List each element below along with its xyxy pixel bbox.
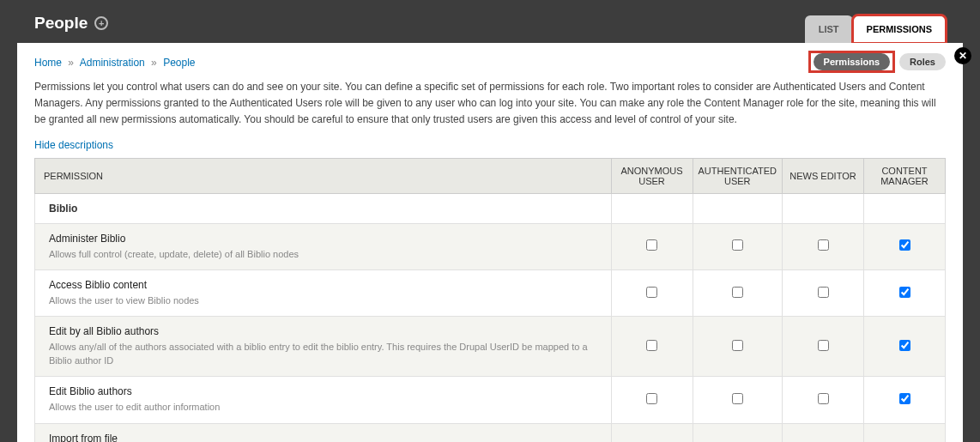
permission-title: Import from file [49, 433, 604, 442]
permission-description: Allows the user to edit author informati… [49, 401, 604, 414]
permission-cell: Edit by all Biblio authorsAllows any/all… [35, 317, 612, 377]
page-title: People + [34, 14, 108, 43]
checkbox-cell [783, 269, 864, 316]
permission-description: Allows full control (create, update, del… [49, 248, 604, 261]
checkbox-cell [864, 377, 946, 423]
col-news-editor: NEWS EDITOR [783, 158, 864, 193]
breadcrumb-admin[interactable]: Administration [80, 57, 145, 69]
checkbox-cell [611, 223, 693, 269]
permission-group-row: Biblio [35, 193, 946, 223]
empty-cell [783, 193, 864, 223]
permission-description: Allows the user to view Biblio nodes [49, 294, 604, 307]
permission-title: Edit by all Biblio authors [49, 325, 604, 337]
empty-cell [611, 193, 693, 223]
permission-checkbox[interactable] [732, 287, 743, 298]
page-title-text: People [34, 14, 88, 33]
checkbox-cell [864, 223, 946, 269]
chevron-right-icon: » [151, 57, 157, 69]
permission-checkbox[interactable] [732, 340, 743, 351]
permission-title: Administer Biblio [49, 233, 604, 245]
table-row: Edit Biblio authorsAllows the user to ed… [35, 377, 946, 423]
close-icon[interactable]: ✕ [954, 47, 971, 64]
hide-descriptions-link[interactable]: Hide descriptions [34, 139, 113, 151]
empty-cell [864, 193, 946, 223]
table-row: Access Biblio contentAllows the user to … [35, 269, 946, 316]
checkbox-cell [611, 269, 693, 316]
table-body: BiblioAdminister BiblioAllows full contr… [35, 193, 946, 442]
permission-checkbox[interactable] [818, 287, 829, 298]
checkbox-cell [693, 269, 782, 316]
permission-title: Access Biblio content [49, 279, 604, 291]
permission-checkbox[interactable] [646, 393, 657, 404]
table-row: Import from file [35, 423, 946, 442]
primary-tabs: LIST PERMISSIONS [805, 15, 946, 43]
permissions-table: PERMISSION ANONYMOUS USER AUTHENTICATED … [34, 158, 946, 442]
content-panel: ✕ Home » Administration » People Permiss… [17, 43, 963, 442]
tab-permissions[interactable]: PERMISSIONS [853, 15, 946, 43]
subtab-roles[interactable]: Roles [899, 53, 946, 70]
top-toolbar: People + LIST PERMISSIONS [0, 0, 980, 43]
col-authenticated-user: AUTHENTICATED USER [693, 158, 782, 193]
empty-cell [693, 193, 782, 223]
checkbox-cell [864, 317, 946, 377]
permission-cell: Administer BiblioAllows full control (cr… [35, 223, 612, 269]
checkbox-cell [693, 317, 782, 377]
highlight-box: Permissions [811, 53, 892, 70]
permission-title: Edit Biblio authors [49, 385, 604, 397]
permission-cell: Import from file [35, 423, 612, 442]
permission-checkbox[interactable] [646, 340, 657, 351]
col-content-manager: CONTENT MANAGER [864, 158, 946, 193]
checkbox-cell [864, 269, 946, 316]
sub-header: Home » Administration » People Permissio… [34, 53, 946, 70]
table-header-row: PERMISSION ANONYMOUS USER AUTHENTICATED … [35, 158, 946, 193]
subtab-permissions[interactable]: Permissions [814, 53, 890, 70]
permission-checkbox[interactable] [818, 393, 829, 404]
permission-checkbox[interactable] [818, 239, 829, 251]
permission-group-label: Biblio [35, 193, 612, 223]
checkbox-cell [783, 423, 864, 442]
chevron-right-icon: » [68, 57, 74, 69]
permission-checkbox[interactable] [732, 239, 743, 251]
checkbox-cell [611, 423, 693, 442]
secondary-tabs: Permissions Roles [811, 53, 946, 70]
checkbox-cell [783, 223, 864, 269]
permission-checkbox[interactable] [899, 287, 910, 298]
col-anonymous-user: ANONYMOUS USER [611, 158, 693, 193]
permission-checkbox[interactable] [899, 340, 910, 351]
permission-description: Allows any/all of the authors associated… [49, 341, 604, 367]
table-row: Administer BiblioAllows full control (cr… [35, 223, 946, 269]
intro-text: Permissions let you control what users c… [34, 79, 946, 129]
checkbox-cell [693, 223, 782, 269]
permission-checkbox[interactable] [818, 340, 829, 351]
breadcrumb-people[interactable]: People [163, 57, 195, 69]
checkbox-cell [693, 377, 782, 423]
permission-cell: Access Biblio contentAllows the user to … [35, 269, 612, 316]
permission-checkbox[interactable] [646, 239, 657, 251]
permission-checkbox[interactable] [732, 393, 743, 404]
breadcrumb-home[interactable]: Home [34, 57, 62, 69]
permission-checkbox[interactable] [899, 393, 910, 404]
tab-list[interactable]: LIST [805, 15, 853, 43]
breadcrumb: Home » Administration » People [34, 53, 196, 69]
checkbox-cell [864, 423, 946, 442]
checkbox-cell [783, 317, 864, 377]
checkbox-cell [611, 377, 693, 423]
permission-checkbox[interactable] [899, 239, 910, 251]
checkbox-cell [693, 423, 782, 442]
checkbox-cell [783, 377, 864, 423]
permission-cell: Edit Biblio authorsAllows the user to ed… [35, 377, 612, 423]
table-row: Edit by all Biblio authorsAllows any/all… [35, 317, 946, 377]
permission-checkbox[interactable] [646, 287, 657, 298]
checkbox-cell [611, 317, 693, 377]
add-icon[interactable]: + [94, 16, 108, 30]
col-permission: PERMISSION [35, 158, 612, 193]
